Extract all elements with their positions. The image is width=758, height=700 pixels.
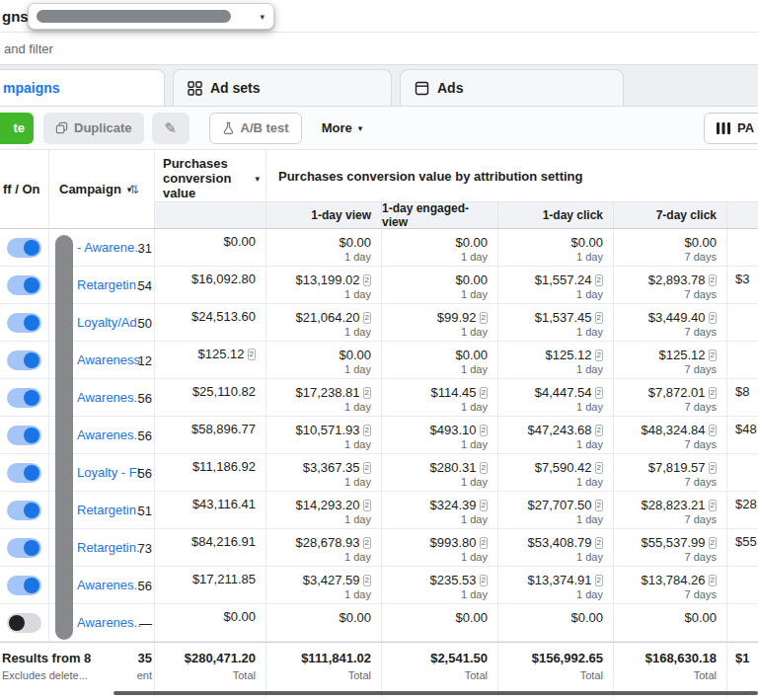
ab-test-button[interactable]: A/B test (209, 113, 302, 144)
campaign-toggle[interactable] (7, 613, 41, 633)
clipped-value-cell: $28 (727, 492, 758, 528)
table-row: Awarenes... — $0.002 $0.002 $0.002 $0.00… (0, 604, 758, 642)
clipped-value-cell: $48 (727, 417, 758, 453)
footnote-marker: 2 (709, 500, 717, 511)
columns-label: PA (737, 120, 754, 135)
clipped-value-cell (727, 229, 758, 266)
campaign-link[interactable]: Loyalty/Ad... (77, 315, 141, 330)
campaign-toggle[interactable] (7, 275, 41, 295)
toggle-cell (0, 529, 49, 566)
purchases-value-cell: $16,092.802 (155, 267, 266, 303)
sort-icon[interactable]: ⇅ (129, 183, 139, 196)
campaign-toggle[interactable] (7, 426, 41, 445)
footnote-marker: 2 (709, 537, 717, 549)
toggle-knob (24, 503, 39, 518)
campaign-toggle[interactable] (7, 313, 41, 333)
campaign-link[interactable]: Loyalty - Fl... (77, 465, 141, 480)
purchases-value-cell: $11,186.922 (155, 454, 266, 491)
clipped-column-value: 56 (138, 428, 152, 442)
one-day-click-cell: $125.122 1 day (498, 342, 614, 378)
campaign-link[interactable]: Awarenes... (77, 578, 141, 592)
one-day-engaged-view-cell: $0.002 1 day (382, 342, 498, 378)
one-day-view-cell: $3,367.352 1 day (266, 454, 382, 491)
column-header-7-day-click[interactable]: 7-day click (614, 202, 727, 228)
campaign-link[interactable]: Awarenes... (77, 615, 141, 630)
table-row: Awarenes... 56 $17,211.852 $3,427.592 1 … (0, 567, 758, 604)
column-header-purchases[interactable]: Purchases conversion value ▾ (155, 150, 266, 201)
one-day-view-cell: $13,199.022 1 day (266, 267, 382, 303)
campaign-toggle[interactable] (7, 350, 41, 370)
column-header-1-day-click[interactable]: 1-day click (498, 202, 614, 228)
totals-row: Results from 8 Excludes delete... 35 ent… (0, 642, 758, 697)
attribution-window-label: 1 day (498, 251, 613, 264)
campaign-link[interactable]: Retargetin... (77, 503, 141, 517)
campaign-link[interactable]: Awareness... (77, 352, 141, 367)
search-filter-bar[interactable]: and filter (0, 33, 758, 65)
campaign-toggle[interactable] (7, 463, 41, 483)
totals-purchases-cell: $280,471.20 Total (155, 643, 266, 697)
horizontal-scrollbar[interactable] (114, 691, 758, 695)
table-row: - Awarene... 31 $0.002 $0.002 1 day $0.0… (0, 229, 758, 267)
one-day-click-cell: $27,707.502 1 day (498, 492, 614, 528)
duplicate-button[interactable]: Duplicate (43, 113, 144, 144)
purchases-value-cell: $0.002 (155, 229, 266, 266)
table-row: Awarenes... 56 $58,896.772 $10,571.932 1… (0, 417, 758, 454)
campaign-label: Campaign (59, 182, 121, 196)
attribution-window-label: 1 day (382, 551, 497, 564)
tab-ad-sets[interactable]: Ad sets (173, 69, 392, 106)
footnote-marker: 2 (709, 462, 717, 474)
table-row: Retargetin... 54 $16,092.802 $13,199.022… (0, 267, 758, 304)
campaign-link[interactable]: Retargetin... (77, 277, 141, 292)
purchases-value: $58,896.77 (191, 422, 256, 436)
clipped-column-value: 12 (138, 352, 152, 367)
one-day-view-cell: $0.002 1 day (266, 229, 382, 266)
one-day-engaged-view-cell: $235.532 1 day (382, 567, 498, 603)
more-button[interactable]: More ▾ (312, 113, 373, 144)
tab-ad-sets-label: Ad sets (210, 80, 261, 96)
campaign-toggle[interactable] (7, 238, 41, 258)
footnote-marker: 2 (480, 537, 488, 549)
toggle-knob (24, 540, 39, 556)
footnote-marker: 2 (363, 537, 371, 549)
purchases-value: $125.12 (198, 347, 245, 361)
tab-campaigns[interactable]: mpaigns (0, 69, 165, 106)
purchases-header-label: Purchases conversion value (163, 156, 255, 201)
purchases-value: $0.00 (223, 234, 256, 249)
edit-button[interactable]: ✎ (152, 113, 190, 144)
purchases-value: $43,116.41 (192, 497, 256, 511)
one-day-view-cell: $17,238.812 1 day (266, 379, 382, 416)
campaign-toggle[interactable] (7, 538, 41, 558)
seven-day-click-cell: $3,449.402 7 days (614, 304, 727, 341)
attribution-window-label: 1 day (266, 251, 381, 264)
footnote-marker: 2 (363, 575, 371, 586)
clipped-column-value: 54 (138, 277, 152, 292)
clipped-column-value: — (139, 615, 152, 630)
totals-clipped-value-cell: $1 (727, 643, 758, 697)
purchases-value-cell: $17,211.852 (155, 567, 266, 603)
campaign-toggle[interactable] (7, 501, 41, 520)
campaign-link[interactable]: Awarenes... (77, 428, 141, 442)
campaign-link[interactable]: Retargetin... (77, 540, 141, 555)
attribution-window-label: 1 day (498, 551, 613, 564)
attribution-window-label: 1 day (266, 513, 381, 526)
column-header-1-day-engaged-view[interactable]: 1-day engaged-view (382, 202, 498, 228)
one-day-engaged-view-cell: $993.802 1 day (382, 529, 498, 566)
column-header-1-day-view[interactable]: 1-day view (266, 202, 382, 228)
table-row: Retargetin... 51 $43,116.412 $14,293.202… (0, 492, 758, 529)
campaign-toggle[interactable] (7, 576, 41, 595)
attribution-window-label: 1 day (266, 363, 381, 376)
tab-ads[interactable]: Ads (400, 69, 624, 106)
clipped-column-value: 56 (138, 578, 152, 592)
campaign-toggle[interactable] (7, 388, 41, 408)
campaign-link[interactable]: - Awarene... (77, 240, 141, 255)
purchases-value: $16,092.80 (191, 272, 256, 286)
campaign-link[interactable]: Awarenes... (77, 390, 141, 405)
account-dropdown[interactable]: ▾ (28, 3, 274, 30)
seven-day-click-cell: $7,819.572 7 days (614, 454, 727, 491)
create-button[interactable]: te (0, 113, 34, 144)
column-header-off-on[interactable]: ff / On (0, 150, 49, 228)
columns-button[interactable]: PA (704, 113, 758, 144)
one-day-engaged-view-cell: $280.312 1 day (382, 454, 498, 491)
toggle-cell (0, 492, 49, 528)
column-header-campaign[interactable]: Campaign ▾ ⇅ (49, 150, 141, 228)
